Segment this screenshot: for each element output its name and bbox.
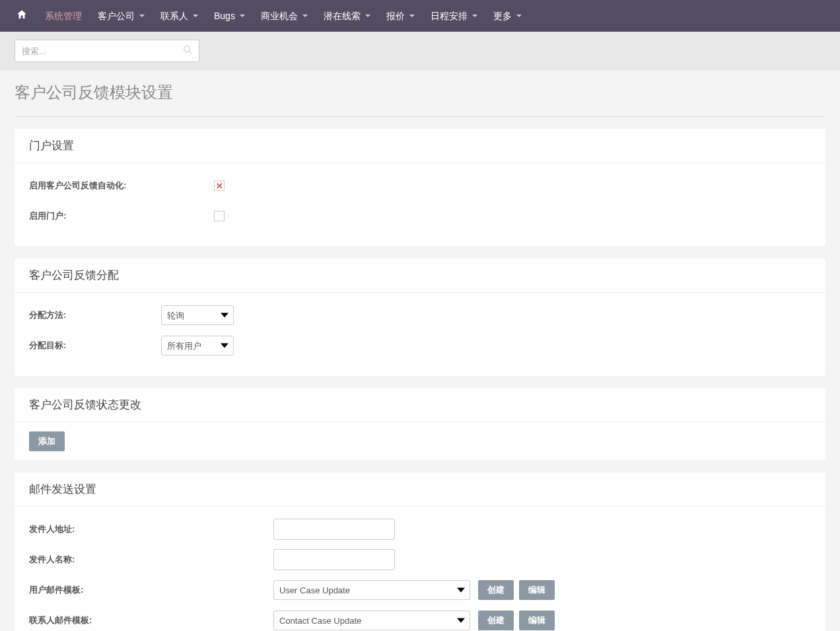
search-icon[interactable] xyxy=(183,45,193,57)
nav-item-2[interactable]: 联系人 xyxy=(153,0,206,32)
chevron-down-icon xyxy=(365,15,370,17)
email-settings-header: 邮件发送设置 xyxy=(15,472,825,507)
nav-item-label: 系统管理 xyxy=(45,0,82,32)
assign-target-select-wrap: 所有用户 xyxy=(161,336,234,355)
from-addr-label: 发件人地址: xyxy=(29,523,273,535)
home-icon[interactable] xyxy=(7,9,37,24)
template-row: 联系人邮件模板:Contact Case Update创建编辑 xyxy=(29,607,811,631)
x-icon: ✕ xyxy=(216,182,223,190)
nav-item-label: 报价 xyxy=(386,0,405,32)
template-button-row: 创建编辑 xyxy=(478,611,555,630)
nav-item-6[interactable]: 报价 xyxy=(378,0,423,32)
create-button[interactable]: 创建 xyxy=(478,611,514,630)
create-button[interactable]: 创建 xyxy=(478,580,514,600)
template-select[interactable]: User Case Update xyxy=(273,580,470,600)
chevron-down-icon xyxy=(409,15,415,17)
assign-method-select-wrap: 轮询 xyxy=(161,305,234,325)
portal-settings-panel: 门户设置 启用客户公司反馈自动化: ✕ 启用门户: xyxy=(15,129,825,246)
nav-item-label: 客户公司 xyxy=(98,0,135,32)
template-label: 用户邮件模板: xyxy=(29,584,273,596)
template-label: 联系人邮件模板: xyxy=(29,614,273,626)
assign-method-select[interactable]: 轮询 xyxy=(161,305,234,325)
nav-item-label: 潜在线索 xyxy=(324,0,361,32)
add-button[interactable]: 添加 xyxy=(29,431,65,451)
nav-item-8[interactable]: 更多 xyxy=(485,0,530,32)
search-box xyxy=(15,40,199,62)
svg-line-1 xyxy=(189,51,192,54)
state-change-panel: 客户公司反馈状态更改 添加 xyxy=(15,388,825,461)
search-bar-area xyxy=(0,32,840,70)
template-select[interactable]: Contact Case Update xyxy=(273,611,470,630)
top-nav: 系统管理客户公司联系人Bugs商业机会潜在线索报价日程安排更多 xyxy=(0,0,840,32)
svg-point-0 xyxy=(184,46,190,52)
assign-target-label: 分配目标: xyxy=(29,340,161,352)
email-settings-panel: 邮件发送设置 发件人地址: 发件人名称: 用户邮件模板:User Case Up… xyxy=(15,472,825,631)
chevron-down-icon xyxy=(302,15,308,17)
enable-auto-checkbox[interactable]: ✕ xyxy=(214,180,225,191)
enable-portal-checkbox[interactable] xyxy=(214,211,225,221)
state-change-header: 客户公司反馈状态更改 xyxy=(15,388,825,422)
template-select-wrap: Contact Case Update xyxy=(273,611,470,630)
nav-item-label: Bugs xyxy=(214,0,235,32)
nav-item-1[interactable]: 客户公司 xyxy=(90,0,153,32)
template-button-row: 创建编辑 xyxy=(478,580,555,600)
nav-item-label: 联系人 xyxy=(160,0,188,32)
enable-portal-label: 启用门户: xyxy=(29,210,214,222)
search-input[interactable] xyxy=(15,40,199,62)
nav-item-label: 日程安排 xyxy=(431,0,468,32)
chevron-down-icon xyxy=(193,15,198,17)
nav-item-5[interactable]: 潜在线索 xyxy=(316,0,378,32)
assignment-panel: 客户公司反馈分配 分配方法: 轮询 分配目标: 所有用户 xyxy=(15,258,825,376)
chevron-down-icon xyxy=(139,15,145,17)
nav-item-label: 更多 xyxy=(493,0,512,32)
nav-item-4[interactable]: 商业机会 xyxy=(253,0,316,32)
template-select-wrap: User Case Update xyxy=(273,580,470,600)
from-name-label: 发件人名称: xyxy=(29,554,273,566)
assignment-header: 客户公司反馈分配 xyxy=(15,258,825,293)
from-addr-input[interactable] xyxy=(273,519,395,540)
page-content: 客户公司反馈模块设置 门户设置 启用客户公司反馈自动化: ✕ 启用门户: 客户公… xyxy=(0,70,840,631)
assign-method-label: 分配方法: xyxy=(29,309,161,321)
portal-settings-header: 门户设置 xyxy=(15,129,825,163)
nav-item-3[interactable]: Bugs xyxy=(206,0,253,32)
template-row: 用户邮件模板:User Case Update创建编辑 xyxy=(29,577,811,603)
assign-target-select[interactable]: 所有用户 xyxy=(161,336,234,355)
chevron-down-icon xyxy=(516,15,522,17)
enable-auto-label: 启用客户公司反馈自动化: xyxy=(29,180,214,192)
nav-item-0[interactable]: 系统管理 xyxy=(37,0,90,32)
chevron-down-icon xyxy=(472,15,477,17)
edit-button[interactable]: 编辑 xyxy=(519,611,555,630)
nav-item-7[interactable]: 日程安排 xyxy=(423,0,485,32)
from-name-input[interactable] xyxy=(273,549,395,570)
edit-button[interactable]: 编辑 xyxy=(519,580,555,600)
chevron-down-icon xyxy=(240,15,245,17)
page-title: 客户公司反馈模块设置 xyxy=(15,70,825,117)
nav-item-label: 商业机会 xyxy=(261,0,298,32)
